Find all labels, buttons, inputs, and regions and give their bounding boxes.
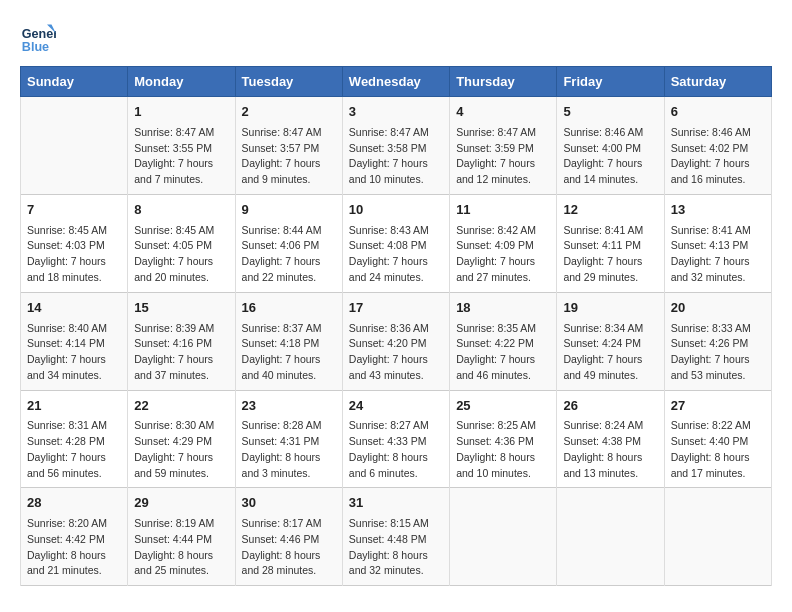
day-info: Sunrise: 8:19 AMSunset: 4:44 PMDaylight:… — [134, 516, 228, 579]
header-thursday: Thursday — [450, 67, 557, 97]
day-number: 14 — [27, 299, 121, 318]
calendar-cell: 17Sunrise: 8:36 AMSunset: 4:20 PMDayligh… — [342, 292, 449, 390]
calendar-cell — [21, 97, 128, 195]
calendar-cell: 5Sunrise: 8:46 AMSunset: 4:00 PMDaylight… — [557, 97, 664, 195]
calendar-cell: 27Sunrise: 8:22 AMSunset: 4:40 PMDayligh… — [664, 390, 771, 488]
svg-text:Blue: Blue — [22, 40, 49, 54]
header-tuesday: Tuesday — [235, 67, 342, 97]
calendar-cell: 24Sunrise: 8:27 AMSunset: 4:33 PMDayligh… — [342, 390, 449, 488]
calendar-cell: 13Sunrise: 8:41 AMSunset: 4:13 PMDayligh… — [664, 194, 771, 292]
calendar-table: SundayMondayTuesdayWednesdayThursdayFrid… — [20, 66, 772, 586]
calendar-cell: 4Sunrise: 8:47 AMSunset: 3:59 PMDaylight… — [450, 97, 557, 195]
day-info: Sunrise: 8:37 AMSunset: 4:18 PMDaylight:… — [242, 321, 336, 384]
header-sunday: Sunday — [21, 67, 128, 97]
calendar-cell: 20Sunrise: 8:33 AMSunset: 4:26 PMDayligh… — [664, 292, 771, 390]
calendar-cell: 14Sunrise: 8:40 AMSunset: 4:14 PMDayligh… — [21, 292, 128, 390]
week-row-5: 28Sunrise: 8:20 AMSunset: 4:42 PMDayligh… — [21, 488, 772, 586]
day-info: Sunrise: 8:40 AMSunset: 4:14 PMDaylight:… — [27, 321, 121, 384]
calendar-cell: 11Sunrise: 8:42 AMSunset: 4:09 PMDayligh… — [450, 194, 557, 292]
day-number: 26 — [563, 397, 657, 416]
day-number: 4 — [456, 103, 550, 122]
day-info: Sunrise: 8:47 AMSunset: 3:58 PMDaylight:… — [349, 125, 443, 188]
week-row-3: 14Sunrise: 8:40 AMSunset: 4:14 PMDayligh… — [21, 292, 772, 390]
calendar-cell: 26Sunrise: 8:24 AMSunset: 4:38 PMDayligh… — [557, 390, 664, 488]
day-info: Sunrise: 8:27 AMSunset: 4:33 PMDaylight:… — [349, 418, 443, 481]
calendar-cell: 15Sunrise: 8:39 AMSunset: 4:16 PMDayligh… — [128, 292, 235, 390]
calendar-cell: 2Sunrise: 8:47 AMSunset: 3:57 PMDaylight… — [235, 97, 342, 195]
calendar-cell: 3Sunrise: 8:47 AMSunset: 3:58 PMDaylight… — [342, 97, 449, 195]
calendar-cell: 22Sunrise: 8:30 AMSunset: 4:29 PMDayligh… — [128, 390, 235, 488]
page-header: General Blue — [20, 20, 772, 56]
day-info: Sunrise: 8:15 AMSunset: 4:48 PMDaylight:… — [349, 516, 443, 579]
calendar-cell: 7Sunrise: 8:45 AMSunset: 4:03 PMDaylight… — [21, 194, 128, 292]
day-info: Sunrise: 8:22 AMSunset: 4:40 PMDaylight:… — [671, 418, 765, 481]
day-info: Sunrise: 8:47 AMSunset: 3:55 PMDaylight:… — [134, 125, 228, 188]
day-info: Sunrise: 8:41 AMSunset: 4:11 PMDaylight:… — [563, 223, 657, 286]
day-number: 20 — [671, 299, 765, 318]
day-info: Sunrise: 8:45 AMSunset: 4:05 PMDaylight:… — [134, 223, 228, 286]
calendar-cell: 29Sunrise: 8:19 AMSunset: 4:44 PMDayligh… — [128, 488, 235, 586]
calendar-cell: 12Sunrise: 8:41 AMSunset: 4:11 PMDayligh… — [557, 194, 664, 292]
day-number: 27 — [671, 397, 765, 416]
day-info: Sunrise: 8:20 AMSunset: 4:42 PMDaylight:… — [27, 516, 121, 579]
day-number: 18 — [456, 299, 550, 318]
day-number: 28 — [27, 494, 121, 513]
calendar-header-row: SundayMondayTuesdayWednesdayThursdayFrid… — [21, 67, 772, 97]
day-info: Sunrise: 8:42 AMSunset: 4:09 PMDaylight:… — [456, 223, 550, 286]
header-wednesday: Wednesday — [342, 67, 449, 97]
day-number: 21 — [27, 397, 121, 416]
calendar-cell — [450, 488, 557, 586]
day-number: 9 — [242, 201, 336, 220]
day-number: 6 — [671, 103, 765, 122]
day-number: 23 — [242, 397, 336, 416]
day-info: Sunrise: 8:31 AMSunset: 4:28 PMDaylight:… — [27, 418, 121, 481]
calendar-cell — [664, 488, 771, 586]
week-row-2: 7Sunrise: 8:45 AMSunset: 4:03 PMDaylight… — [21, 194, 772, 292]
calendar-cell: 25Sunrise: 8:25 AMSunset: 4:36 PMDayligh… — [450, 390, 557, 488]
day-number: 30 — [242, 494, 336, 513]
calendar-cell: 10Sunrise: 8:43 AMSunset: 4:08 PMDayligh… — [342, 194, 449, 292]
day-info: Sunrise: 8:44 AMSunset: 4:06 PMDaylight:… — [242, 223, 336, 286]
day-info: Sunrise: 8:47 AMSunset: 3:59 PMDaylight:… — [456, 125, 550, 188]
day-info: Sunrise: 8:39 AMSunset: 4:16 PMDaylight:… — [134, 321, 228, 384]
day-info: Sunrise: 8:24 AMSunset: 4:38 PMDaylight:… — [563, 418, 657, 481]
logo: General Blue — [20, 20, 60, 56]
day-number: 31 — [349, 494, 443, 513]
day-info: Sunrise: 8:45 AMSunset: 4:03 PMDaylight:… — [27, 223, 121, 286]
day-number: 22 — [134, 397, 228, 416]
day-info: Sunrise: 8:46 AMSunset: 4:02 PMDaylight:… — [671, 125, 765, 188]
day-number: 13 — [671, 201, 765, 220]
day-number: 10 — [349, 201, 443, 220]
day-number: 12 — [563, 201, 657, 220]
day-number: 16 — [242, 299, 336, 318]
day-number: 5 — [563, 103, 657, 122]
day-info: Sunrise: 8:17 AMSunset: 4:46 PMDaylight:… — [242, 516, 336, 579]
day-number: 29 — [134, 494, 228, 513]
day-number: 25 — [456, 397, 550, 416]
week-row-4: 21Sunrise: 8:31 AMSunset: 4:28 PMDayligh… — [21, 390, 772, 488]
day-number: 19 — [563, 299, 657, 318]
day-info: Sunrise: 8:28 AMSunset: 4:31 PMDaylight:… — [242, 418, 336, 481]
calendar-cell: 18Sunrise: 8:35 AMSunset: 4:22 PMDayligh… — [450, 292, 557, 390]
calendar-cell: 31Sunrise: 8:15 AMSunset: 4:48 PMDayligh… — [342, 488, 449, 586]
day-number: 8 — [134, 201, 228, 220]
header-monday: Monday — [128, 67, 235, 97]
calendar-cell: 23Sunrise: 8:28 AMSunset: 4:31 PMDayligh… — [235, 390, 342, 488]
day-info: Sunrise: 8:30 AMSunset: 4:29 PMDaylight:… — [134, 418, 228, 481]
day-info: Sunrise: 8:33 AMSunset: 4:26 PMDaylight:… — [671, 321, 765, 384]
calendar-cell: 1Sunrise: 8:47 AMSunset: 3:55 PMDaylight… — [128, 97, 235, 195]
calendar-cell: 9Sunrise: 8:44 AMSunset: 4:06 PMDaylight… — [235, 194, 342, 292]
calendar-cell: 19Sunrise: 8:34 AMSunset: 4:24 PMDayligh… — [557, 292, 664, 390]
calendar-cell: 28Sunrise: 8:20 AMSunset: 4:42 PMDayligh… — [21, 488, 128, 586]
calendar-cell: 16Sunrise: 8:37 AMSunset: 4:18 PMDayligh… — [235, 292, 342, 390]
logo-icon: General Blue — [20, 20, 56, 56]
calendar-cell: 8Sunrise: 8:45 AMSunset: 4:05 PMDaylight… — [128, 194, 235, 292]
day-number: 15 — [134, 299, 228, 318]
day-info: Sunrise: 8:41 AMSunset: 4:13 PMDaylight:… — [671, 223, 765, 286]
header-saturday: Saturday — [664, 67, 771, 97]
day-info: Sunrise: 8:34 AMSunset: 4:24 PMDaylight:… — [563, 321, 657, 384]
day-number: 24 — [349, 397, 443, 416]
calendar-cell: 30Sunrise: 8:17 AMSunset: 4:46 PMDayligh… — [235, 488, 342, 586]
day-number: 3 — [349, 103, 443, 122]
week-row-1: 1Sunrise: 8:47 AMSunset: 3:55 PMDaylight… — [21, 97, 772, 195]
